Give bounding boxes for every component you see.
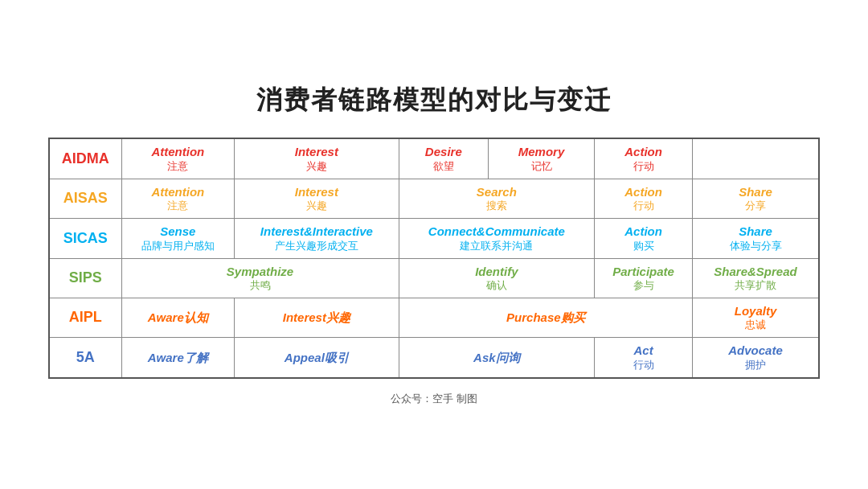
table-row-aidma: AIDMAAttention注意Interest兴趣Desire欲望Memory… [49,138,819,179]
cell-aidma-1: Interest兴趣 [235,138,399,179]
cell-sicas-4: Share体验与分享 [693,219,819,258]
table-row-sips: SIPSSympathize共鸣Identify确认Participate参与S… [49,258,819,298]
cell-aipl-0: Aware认知 [121,298,235,337]
model-label-aisas: AISAS [49,179,121,218]
cell-sips-2: Participate参与 [595,258,693,298]
table-row-fivea: 5AAware了解Appeal吸引Ask问询Act行动Advocate拥护 [49,338,819,378]
cell-fivea-3: Act行动 [595,338,693,378]
cell-sicas-3: Action购买 [595,219,693,258]
cell-aisas-4: Share分享 [693,179,819,218]
cell-sips-3: Share&Spread共享扩散 [693,258,819,298]
cell-sicas-2: Connect&Communicate建立联系并沟通 [399,219,594,258]
cell-sicas-0: Sense品牌与用户感知 [121,219,235,258]
cell-sicas-1: Interest&Interactive产生兴趣形成交互 [235,219,399,258]
cell-sips-0: Sympathize共鸣 [121,258,399,298]
cell-aisas-2: Search搜索 [399,179,594,218]
comparison-table-wrapper: AIDMAAttention注意Interest兴趣Desire欲望Memory… [48,138,820,378]
cell-aipl-3: Loyalty忠诚 [693,298,819,337]
model-label-sicas: SICAS [49,219,121,258]
model-label-fivea: 5A [49,338,121,378]
cell-fivea-2: Ask问询 [399,338,594,378]
footer-text: 公众号：空手 制图 [391,392,477,406]
cell-fivea-0: Aware了解 [121,338,235,378]
page-title: 消费者链路模型的对比与变迁 [256,83,612,118]
cell-aisas-3: Action行动 [595,179,693,218]
cell-aidma-0: Attention注意 [121,138,235,179]
model-label-aidma: AIDMA [49,138,121,179]
cell-aisas-1: Interest兴趣 [235,179,399,218]
cell-aipl-2: Purchase购买 [399,298,692,337]
cell-aipl-1: Interest兴趣 [235,298,399,337]
cell-aidma-5 [693,138,819,179]
cell-aisas-0: Attention注意 [121,179,235,218]
table-row-sicas: SICASSense品牌与用户感知Interest&Interactive产生兴… [49,219,819,258]
cell-aidma-2: Desire欲望 [399,138,488,179]
model-label-sips: SIPS [49,258,121,298]
comparison-table: AIDMAAttention注意Interest兴趣Desire欲望Memory… [48,138,820,378]
cell-aidma-3: Memory记忆 [489,138,595,179]
cell-fivea-1: Appeal吸引 [235,338,399,378]
cell-sips-1: Identify确认 [399,258,594,298]
table-row-aipl: AIPLAware认知Interest兴趣Purchase购买Loyalty忠诚 [49,298,819,337]
cell-aidma-4: Action行动 [595,138,693,179]
table-row-aisas: AISASAttention注意Interest兴趣Search搜索Action… [49,179,819,218]
model-label-aipl: AIPL [49,298,121,337]
cell-fivea-4: Advocate拥护 [693,338,819,378]
